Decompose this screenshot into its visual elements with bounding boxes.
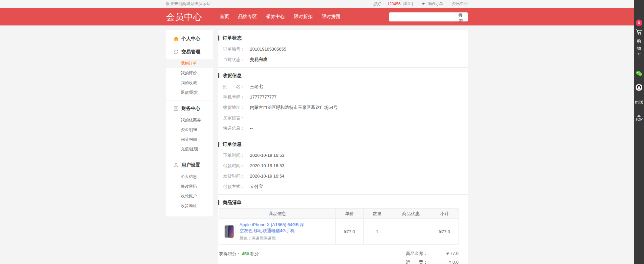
receiver-address-row: 收货地址： 内蒙古自治区呼和浩特市玉泉区幕达广场54号 xyxy=(218,102,463,113)
order-detail-panel: 订单状态 订单编号： 201019165305655 当前状态： 交易完成 收货… xyxy=(218,30,468,264)
order-info-section: 订单信息 下单时间： 2020-10-19 16:53 付款时间： 2020-1… xyxy=(218,136,468,195)
product-name-link[interactable]: Apple iPhone X (A1865) 64GB 深空灰色 移动联通电信4… xyxy=(239,222,308,234)
welcome-text: 欢迎来到商城系统演示站! xyxy=(166,1,211,7)
order-number-value: 201019165305655 xyxy=(250,46,286,52)
nav-item-home[interactable]: 首页 xyxy=(220,14,229,20)
star-icon: ★ xyxy=(422,2,425,6)
buyer-message-row: 买家留言： xyxy=(218,113,463,123)
section-title-items: 商品清单 xyxy=(218,200,463,205)
sidebar-group-label: 财务中心 xyxy=(181,106,200,112)
floating-toolbar: 0 购物车 电话 TOP xyxy=(634,0,644,264)
table-row: Apple iPhone X (A1865) 64GB 深空灰色 移动联通电信4… xyxy=(219,219,459,245)
product-image[interactable] xyxy=(223,224,235,239)
earned-points: 获得积分：450积分 xyxy=(219,250,259,264)
site-logo[interactable]: 会员中心 xyxy=(166,11,202,23)
order-state-row: 当前状态： 交易完成 xyxy=(218,54,463,65)
order-status-section: 订单状态 订单编号： 201019165305655 当前状态： 交易完成 xyxy=(218,30,468,68)
home-icon xyxy=(173,36,179,42)
column-header-subtotal: 小计 xyxy=(431,209,458,219)
sidebar-item-my-reviews[interactable]: 我的评价 xyxy=(166,69,213,78)
nav-item-groupbuy[interactable]: 限时拼团 xyxy=(322,14,340,20)
username-link[interactable]: 123456 xyxy=(387,2,400,6)
goods-amount-row: 商品金额： ¥ 77.0 xyxy=(406,250,459,257)
sidebar-item-my-orders[interactable]: 我的订单 xyxy=(166,59,213,68)
sidebar-group-user-settings[interactable]: 用户设置 xyxy=(166,158,213,172)
sidebar-item-my-coupons[interactable]: 我的优惠券 xyxy=(166,116,213,125)
cart-count-badge[interactable]: 0 xyxy=(636,19,642,26)
main-nav: 首页 品牌专区 领券中心 限时折扣 限时拼团 xyxy=(220,14,340,20)
site-header: 会员中心 首页 品牌专区 领券中心 限时折扣 限时拼团 搜 索 xyxy=(0,8,634,25)
nav-item-coupons[interactable]: 领券中心 xyxy=(266,14,285,20)
sidebar-item-fund-details[interactable]: 资金明细 xyxy=(166,125,213,134)
phone-label[interactable]: 电话 xyxy=(635,100,643,106)
cart-label[interactable]: 购物车 xyxy=(637,38,641,59)
svg-text:¥: ¥ xyxy=(175,107,177,110)
sidebar-item-recharge-withdraw[interactable]: 充值/提现 xyxy=(166,145,213,154)
nav-item-discount[interactable]: 限时折扣 xyxy=(294,14,313,20)
sidebar-group-label: 个人中心 xyxy=(181,36,200,42)
qq-icon[interactable] xyxy=(635,84,643,91)
ship-time-row: 发货时间： 2020-10-19 16:54 xyxy=(218,171,463,181)
sidebar-item-change-password[interactable]: 修改密码 xyxy=(166,182,213,191)
search-bar: 搜 索 xyxy=(389,12,468,21)
trade-icon xyxy=(173,49,179,55)
finance-icon: ¥ xyxy=(173,106,179,111)
logout-link[interactable]: [退出] xyxy=(402,1,413,7)
order-number-row: 订单编号： 201019165305655 xyxy=(218,44,463,54)
totals-block: 商品金额： ¥ 77.0 运 费： ¥ 0.0 实付金额： ¥ 77.0 xyxy=(406,250,459,264)
sidebar-group-finance[interactable]: ¥ 财务中心 xyxy=(166,102,213,115)
items-section: 商品清单 商品信息 单价 数量 商品优惠 小计 xyxy=(218,195,468,264)
pay-method-row: 付款方式： 支付宝 xyxy=(218,181,463,192)
order-summary: 获得积分：450积分 商品金额： ¥ 77.0 运 费： ¥ 0.0 实付金额： xyxy=(218,245,463,264)
sidebar-item-my-favorites[interactable]: 我的收藏 xyxy=(166,78,213,87)
sidebar-item-shipping-address[interactable]: 收货地址 xyxy=(166,201,213,210)
search-button[interactable]: 搜 索 xyxy=(455,12,468,21)
up-arrow-icon xyxy=(637,115,641,117)
cart-icon[interactable] xyxy=(635,28,643,36)
section-title-shipping: 收货信息 xyxy=(218,73,463,78)
shipping-info-section: 收货信息 姓 名： 王老七 手机号码： 17777777777 收货地址： 内蒙… xyxy=(218,68,468,136)
items-table: 商品信息 单价 数量 商品优惠 小计 xyxy=(219,208,459,245)
shipping-fee-row: 运 费： ¥ 0.0 xyxy=(406,259,459,264)
my-orders-link[interactable]: 我的订单 xyxy=(427,1,443,7)
express-info-row: 快递信息： -- xyxy=(218,123,463,133)
news-center-link[interactable]: 资讯中心 xyxy=(452,1,468,7)
greeting-text: 您好： xyxy=(373,1,385,7)
page: 欢迎来到商城系统演示站! 您好： 123456 [退出] ★ 我的订单 资讯中心… xyxy=(0,0,634,264)
top-utility-bar: 欢迎来到商城系统演示站! 您好： 123456 [退出] ★ 我的订单 资讯中心 xyxy=(0,0,634,8)
column-header-price: 单价 xyxy=(336,209,364,219)
sidebar-group-label: 用户设置 xyxy=(181,162,200,168)
column-header-discount: 商品优惠 xyxy=(391,209,431,219)
column-header-qty: 数量 xyxy=(363,209,391,219)
search-input[interactable] xyxy=(389,12,455,21)
sidebar-item-payment-account[interactable]: 收款账户 xyxy=(166,192,213,201)
section-title-order-status: 订单状态 xyxy=(218,36,463,41)
sidebar-group-personal-center[interactable]: 个人中心 xyxy=(166,32,213,45)
user-icon xyxy=(173,162,179,168)
pay-time-row: 付款时间： 2020-10-19 16:53 xyxy=(218,160,463,171)
back-to-top-button[interactable]: TOP xyxy=(635,115,643,121)
column-header-product: 商品信息 xyxy=(219,209,336,219)
sidebar-group-trade[interactable]: 交易管理 xyxy=(166,45,213,58)
wechat-icon[interactable] xyxy=(635,70,643,77)
product-spec: 颜色：深邃黑深邃黑 xyxy=(239,236,308,241)
sidebar-group-label: 交易管理 xyxy=(181,49,200,55)
cell-subtotal: ¥77.0 xyxy=(431,219,458,245)
sidebar: 个人中心 交易管理 我的订单 我的评价 我的收藏 退款/退货 ¥ xyxy=(166,30,213,216)
sidebar-item-personal-info[interactable]: 个人信息 xyxy=(166,172,213,181)
nav-item-brands[interactable]: 品牌专区 xyxy=(238,14,257,20)
receiver-phone-row: 手机号码： 17777777777 xyxy=(218,92,463,102)
receiver-name-row: 姓 名： 王老七 xyxy=(218,81,463,92)
cell-discount: - xyxy=(391,219,431,245)
order-state-value: 交易完成 xyxy=(250,57,267,62)
cell-unit-price: ¥77.0 xyxy=(336,219,364,245)
sidebar-item-refunds[interactable]: 退款/退货 xyxy=(166,88,213,97)
cell-quantity: 1 xyxy=(363,219,391,245)
section-title-order-info: 订单信息 xyxy=(218,142,463,147)
order-time-row: 下单时间： 2020-10-19 16:53 xyxy=(218,150,463,160)
sidebar-item-points-details[interactable]: 积分明细 xyxy=(166,135,213,144)
points-value: 450 xyxy=(242,251,249,256)
